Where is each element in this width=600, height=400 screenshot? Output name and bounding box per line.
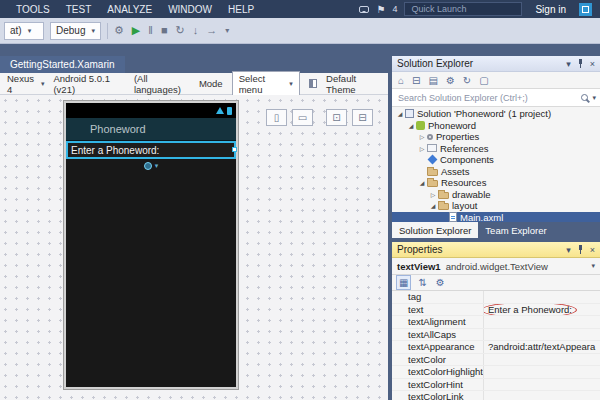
- android-version-dropdown[interactable]: Android 5.0.1 (v21): [53, 73, 124, 95]
- select-menu-dropdown[interactable]: Select menu ▾: [232, 71, 300, 97]
- property-row-textalignment[interactable]: textAlignment: [392, 316, 600, 329]
- tree-item-main-axml[interactable]: Main.axml: [392, 212, 600, 223]
- close-icon[interactable]: ×: [590, 245, 595, 255]
- expander-icon[interactable]: ◢: [406, 122, 416, 129]
- step-into-icon[interactable]: ↓: [193, 25, 199, 36]
- property-value[interactable]: [484, 329, 600, 341]
- property-value[interactable]: Enter a Phoneword:: [484, 304, 600, 316]
- pin-icon[interactable]: [577, 59, 584, 68]
- property-row-textcolorhighlight[interactable]: textColorHighlight: [392, 366, 600, 379]
- property-value[interactable]: [484, 316, 600, 328]
- property-value[interactable]: [484, 366, 600, 378]
- tree-item-references[interactable]: ▷ References: [392, 143, 600, 155]
- tree-item-solution[interactable]: ◢ Solution 'Phoneword' (1 project): [392, 108, 600, 120]
- refresh-icon[interactable]: ↻: [463, 75, 471, 86]
- property-value[interactable]: [484, 391, 600, 400]
- device-dropdown[interactable]: Nexus 4 ▾: [7, 73, 44, 95]
- property-name: textColorLink: [392, 391, 484, 400]
- solution-icon: [405, 109, 414, 118]
- window-menu-icon[interactable]: ▾: [566, 245, 571, 255]
- zoom-100-icon[interactable]: ⊟: [352, 109, 373, 126]
- debug-config-dropdown[interactable]: Debug ▾: [50, 22, 101, 40]
- close-icon[interactable]: ×: [590, 59, 595, 69]
- document-tab[interactable]: GettingStarted.Xamarin: [0, 56, 125, 73]
- property-row-text[interactable]: text Enter a Phoneword:: [392, 304, 600, 317]
- show-all-files-icon[interactable]: ▤: [428, 75, 437, 86]
- tree-item-components[interactable]: Components: [392, 154, 600, 166]
- expander-icon[interactable]: ▷: [417, 133, 427, 140]
- property-row-textcolorlink[interactable]: textColorLink: [392, 391, 600, 400]
- window-menu-icon[interactable]: ▾: [566, 59, 571, 69]
- resize-handle[interactable]: [232, 147, 237, 152]
- property-grid: tag text Enter a Phoneword: textAlignmen…: [392, 291, 600, 400]
- property-row-textappearance[interactable]: textAppearance ?android:attr/textAppeara: [392, 341, 600, 354]
- tree-item-properties[interactable]: ▷ Properties: [392, 131, 600, 143]
- step-over-icon[interactable]: →: [206, 25, 217, 36]
- property-row-tag[interactable]: tag: [392, 291, 600, 304]
- property-value[interactable]: [484, 354, 600, 366]
- menu-test[interactable]: TEST: [58, 4, 100, 15]
- design-surface[interactable]: ▯ ▭ ⊡ ⊟ Phoneword Enter a Phoneword:: [0, 95, 388, 400]
- search-icon[interactable]: [581, 94, 588, 101]
- property-value[interactable]: ?android:attr/textAppeara: [484, 341, 600, 353]
- properties-icon[interactable]: ⚙: [446, 75, 455, 86]
- quick-launch-input[interactable]: [409, 3, 517, 15]
- home-icon[interactable]: ⌂: [398, 75, 404, 86]
- device-config-buttons: ▯ ▭ ⊡ ⊟: [266, 109, 373, 126]
- solution-config-dropdown[interactable]: at) ▾: [4, 22, 44, 40]
- menu-window[interactable]: WINDOW: [160, 4, 220, 15]
- break-all-icon[interactable]: ‖: [148, 25, 153, 36]
- tree-item-drawable[interactable]: ▷ drawable: [392, 189, 600, 201]
- start-debug-icon[interactable]: ▶: [132, 25, 140, 36]
- feedback-bubble-icon[interactable]: [359, 6, 369, 13]
- notification-count: 4: [392, 4, 397, 14]
- expander-icon[interactable]: ◢: [428, 202, 438, 209]
- gear-icon[interactable]: ⚙: [114, 25, 124, 36]
- feedback-icon[interactable]: [579, 3, 592, 16]
- menu-analyze[interactable]: ANALYZE: [99, 4, 160, 15]
- chevron-down-icon[interactable]: ▾: [592, 94, 596, 102]
- portrait-icon[interactable]: ▯: [266, 109, 287, 126]
- property-value[interactable]: [484, 379, 600, 391]
- pin-icon[interactable]: [577, 245, 584, 254]
- tree-item-label: Components: [440, 154, 494, 165]
- tree-item-resources[interactable]: ◢ Resources: [392, 177, 600, 189]
- property-row-textallcaps[interactable]: textAllCaps: [392, 329, 600, 342]
- chevron-down-icon[interactable]: ▾: [155, 162, 159, 170]
- theme-label[interactable]: Default Theme: [326, 73, 381, 95]
- collapse-all-icon[interactable]: ⊟: [412, 75, 420, 86]
- menu-tools[interactable]: TOOLS: [8, 4, 58, 15]
- preview-icon[interactable]: ▢: [479, 75, 488, 86]
- tab-solution-explorer[interactable]: Solution Explorer: [392, 222, 478, 238]
- device-value: Nexus 4: [7, 73, 37, 95]
- expander-icon[interactable]: ▷: [417, 145, 427, 152]
- toolbar-overflow-icon[interactable]: ▾: [225, 27, 229, 35]
- stop-icon[interactable]: ■: [161, 25, 168, 36]
- tree-item-assets[interactable]: Assets: [392, 166, 600, 178]
- zoom-fit-icon[interactable]: ⊡: [326, 109, 347, 126]
- selected-textview[interactable]: Enter a Phoneword:: [66, 141, 236, 159]
- property-row-textcolorhint[interactable]: textColorHint: [392, 379, 600, 392]
- selected-object-dropdown[interactable]: textView1 android.widget.TextView ▾: [392, 258, 600, 275]
- alphabetical-icon[interactable]: ⇅: [416, 276, 428, 289]
- property-row-textcolor[interactable]: textColor: [392, 354, 600, 367]
- property-pages-icon[interactable]: ⚙: [434, 276, 447, 289]
- expander-icon[interactable]: ◢: [417, 179, 427, 186]
- solution-search-input[interactable]: [396, 92, 577, 104]
- anchor-dot-icon[interactable]: [144, 162, 152, 170]
- vs-window: TOOLS TEST ANALYZE WINDOW HELP ⚑ 4 Sign …: [0, 0, 600, 400]
- landscape-icon[interactable]: ▭: [292, 109, 313, 126]
- language-dropdown[interactable]: (All languages): [134, 73, 190, 95]
- tree-item-layout[interactable]: ◢ layout: [392, 200, 600, 212]
- sign-in-link[interactable]: Sign in: [529, 4, 572, 15]
- tab-team-explorer[interactable]: Team Explorer: [478, 222, 553, 238]
- notifications-flag-icon[interactable]: ⚑: [376, 4, 385, 15]
- restart-icon[interactable]: ↻: [176, 25, 185, 36]
- categorized-icon[interactable]: ▦: [396, 275, 411, 290]
- property-value[interactable]: [484, 291, 600, 303]
- chevron-down-icon: ▾: [41, 80, 45, 88]
- menu-help[interactable]: HELP: [220, 4, 262, 15]
- expander-icon[interactable]: ▷: [428, 191, 438, 198]
- tree-item-phoneword-project[interactable]: ◢ Phoneword: [392, 120, 600, 132]
- expander-icon[interactable]: ◢: [395, 110, 405, 117]
